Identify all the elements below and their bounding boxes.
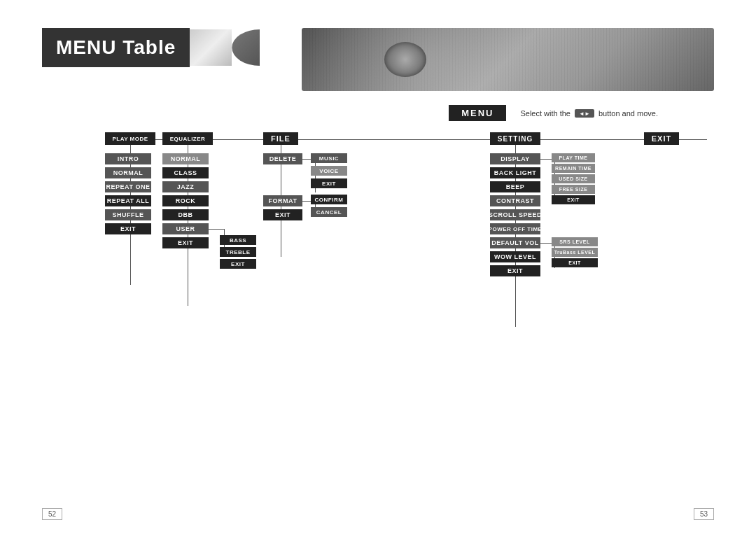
eq-user: USER <box>162 223 209 234</box>
setting-scroll-speed: SCROLL SPEED <box>490 209 540 220</box>
display-exit: EXIT <box>552 195 595 204</box>
play-mode-shuffle: SHUFFLE <box>105 209 151 220</box>
equalizer-header: EQUALIZER <box>162 132 213 145</box>
title-decoration <box>190 29 260 66</box>
file-exit: EXIT <box>263 209 302 220</box>
play-mode-normal: NORMAL <box>105 167 151 178</box>
eq-class: CLASS <box>162 167 209 178</box>
user-bass: BASS <box>220 235 256 245</box>
delete-music: MUSIC <box>311 153 347 163</box>
title-block: MENU Table <box>42 28 260 67</box>
file-format: FORMAT <box>263 195 302 206</box>
format-cancel: CANCEL <box>311 207 347 217</box>
diagram: PLAY MODE INTRO NORMAL REPEAT ONE REPEAT… <box>42 127 714 365</box>
nav-icon <box>575 109 594 118</box>
setting-wow-level: WOW LEVEL <box>490 251 540 262</box>
eq-dbb: DBB <box>162 209 209 220</box>
display-freesize: FREE SIZE <box>552 185 595 194</box>
play-mode-exit: EXIT <box>105 223 151 234</box>
setting-exit: EXIT <box>490 265 540 276</box>
defvol-srs: SRS LEVEL <box>552 237 598 246</box>
play-mode-repeat-all: REPEAT ALL <box>105 195 151 206</box>
user-h-connector <box>209 229 224 230</box>
eq-normal: NORMAL <box>162 153 209 164</box>
setting-display: DISPLAY <box>490 153 540 164</box>
eq-exit: EXIT <box>162 237 209 248</box>
file-delete: DELETE <box>263 153 302 164</box>
delete-voice: VOICE <box>311 166 347 176</box>
format-confirm: CONFIRM <box>311 195 347 204</box>
instruction-suffix: button and move. <box>598 109 658 118</box>
page-number-left: 52 <box>42 508 62 520</box>
user-exit: EXIT <box>220 259 256 269</box>
header-image <box>302 28 714 91</box>
setting-contrast: CONTRAST <box>490 195 540 206</box>
display-remaintime: REMAIN TIME <box>552 164 595 173</box>
menu-header-row: MENU Select with the button and move. <box>42 105 714 121</box>
menu-instruction: Select with the button and move. <box>520 109 658 118</box>
eq-jazz: JAZZ <box>162 181 209 192</box>
page-numbers: 52 53 <box>0 508 756 520</box>
menu-section: MENU Select with the button and move. PL… <box>0 105 756 365</box>
defvol-trubass: TruBass LEVEL <box>552 248 598 257</box>
setting-default-vol: DEFAULT VOL <box>490 237 540 248</box>
setting-power-off: POWER OFF TIME <box>490 223 540 234</box>
play-mode-header: PLAY MODE <box>105 132 155 145</box>
defvol-exit: EXIT <box>552 258 598 267</box>
setting-header: SETTING <box>490 132 540 145</box>
user-treble: TREBLE <box>220 247 256 257</box>
file-header: FILE <box>263 132 298 145</box>
display-playtime: PLAY TIME <box>552 153 595 162</box>
play-mode-repeat-one: REPEAT ONE <box>105 181 151 192</box>
title-deco-light <box>190 29 232 66</box>
header-section: MENU Table <box>0 0 756 105</box>
setting-backlight: BACK LIGHT <box>490 167 540 178</box>
menu-label: MENU <box>449 105 506 121</box>
page-title: MENU Table <box>42 28 190 67</box>
exit-header: EXIT <box>644 132 679 145</box>
eq-rock: ROCK <box>162 195 209 206</box>
page-number-right: 53 <box>694 508 714 520</box>
title-deco-dark <box>232 29 260 66</box>
instruction-text: Select with the <box>520 109 570 118</box>
setting-beep: BEEP <box>490 181 540 192</box>
display-usedsize: USED SIZE <box>552 174 595 183</box>
play-mode-intro: INTRO <box>105 153 151 164</box>
delete-exit: EXIT <box>311 178 347 188</box>
